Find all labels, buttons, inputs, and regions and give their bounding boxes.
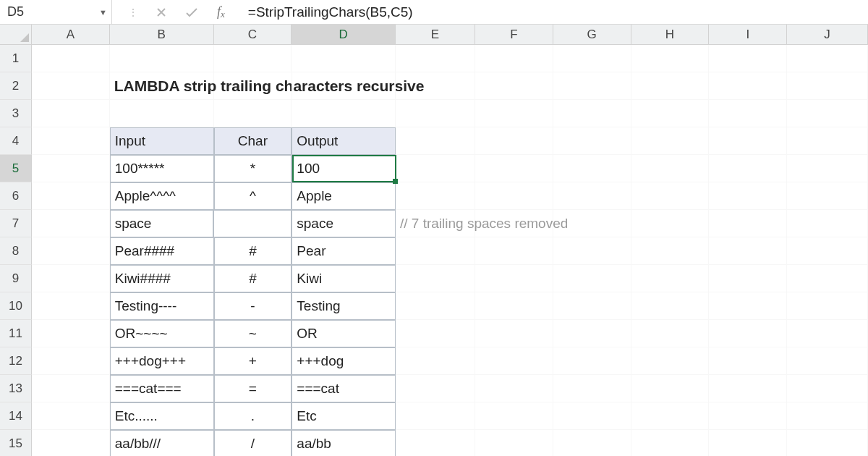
cell-C1[interactable] — [214, 45, 292, 72]
cell-H13[interactable] — [631, 375, 710, 402]
cell-G9[interactable] — [553, 265, 631, 292]
cell-A11[interactable] — [32, 320, 110, 347]
td-input[interactable]: space — [110, 210, 214, 237]
cell-H1[interactable] — [631, 45, 710, 72]
cell-I12[interactable] — [709, 347, 787, 375]
col-header-H[interactable]: H — [631, 25, 710, 44]
fx-icon[interactable]: fx — [217, 4, 225, 20]
cell-H4[interactable] — [631, 127, 710, 155]
cell-A9[interactable] — [32, 265, 110, 292]
cell-G4[interactable] — [553, 127, 631, 155]
select-all-corner[interactable] — [0, 25, 32, 45]
cell-G14[interactable] — [553, 402, 631, 430]
th-output[interactable]: Output — [292, 127, 396, 155]
cell-G5[interactable] — [553, 155, 631, 182]
td-input[interactable]: Pear#### — [110, 237, 214, 265]
cell-J12[interactable] — [787, 347, 868, 375]
td-input[interactable]: OR~~~~ — [110, 320, 214, 347]
cell-F10[interactable] — [475, 292, 553, 320]
cell-B3[interactable] — [110, 100, 214, 127]
cell-E6[interactable] — [396, 182, 475, 210]
cell-D3[interactable] — [292, 100, 396, 127]
cell-F3[interactable] — [475, 100, 553, 127]
cell-E2[interactable] — [396, 72, 475, 100]
cell-A4[interactable] — [32, 127, 110, 155]
cell-H14[interactable] — [631, 402, 710, 430]
cell-I15[interactable] — [709, 430, 787, 456]
row-header-1[interactable]: 1 — [0, 45, 32, 72]
cell-J5[interactable] — [787, 155, 868, 182]
cell-F6[interactable] — [475, 182, 553, 210]
cell-F12[interactable] — [475, 347, 553, 375]
td-input[interactable]: +++dog+++ — [110, 347, 214, 375]
cell-J2[interactable] — [787, 72, 868, 100]
cell-E14[interactable] — [396, 402, 475, 430]
col-header-J[interactable]: J — [787, 25, 868, 44]
cell-E3[interactable] — [396, 100, 475, 127]
td-output[interactable]: Kiwi — [292, 265, 396, 292]
row-header-6[interactable]: 6 — [0, 182, 32, 210]
dropdown-icon[interactable]: ▼ — [99, 8, 107, 17]
td-char[interactable]: ~ — [214, 320, 292, 347]
cell-A6[interactable] — [32, 182, 110, 210]
cell-A10[interactable] — [32, 292, 110, 320]
td-output[interactable]: Pear — [292, 237, 396, 265]
td-input[interactable]: 100***** — [110, 155, 214, 182]
page-title[interactable]: LAMBDA strip trailing characters recursi… — [110, 72, 214, 100]
cell-F13[interactable] — [475, 375, 553, 402]
cell-G6[interactable] — [553, 182, 631, 210]
td-output[interactable]: space — [292, 210, 396, 237]
enter-icon[interactable] — [185, 7, 198, 17]
row-header-8[interactable]: 8 — [0, 237, 32, 265]
cell-A7[interactable] — [32, 210, 110, 237]
cell-C3[interactable] — [214, 100, 292, 127]
th-input[interactable]: Input — [110, 127, 214, 155]
cell-F11[interactable] — [475, 320, 553, 347]
cell-B1[interactable] — [110, 45, 214, 72]
col-header-D[interactable]: D — [292, 25, 396, 44]
td-input[interactable]: ===cat=== — [110, 375, 214, 402]
cell-G2[interactable] — [553, 72, 631, 100]
formula-input[interactable]: =StripTrailingChars(B5,C5) — [241, 4, 868, 20]
td-output[interactable]: aa/bb — [292, 430, 396, 456]
col-header-A[interactable]: A — [32, 25, 110, 44]
td-char[interactable]: # — [214, 265, 292, 292]
col-header-I[interactable]: I — [709, 25, 787, 44]
more-icon[interactable]: ⋮ — [128, 7, 137, 18]
cell-G3[interactable] — [553, 100, 631, 127]
cell-A3[interactable] — [32, 100, 110, 127]
cell-H9[interactable] — [631, 265, 710, 292]
td-char[interactable]: - — [214, 292, 292, 320]
cell-J10[interactable] — [787, 292, 868, 320]
cell-H8[interactable] — [631, 237, 710, 265]
row-header-11[interactable]: 11 — [0, 320, 32, 347]
cell-E5[interactable] — [396, 155, 475, 182]
row-header-13[interactable]: 13 — [0, 375, 32, 402]
td-char[interactable]: + — [214, 347, 292, 375]
row-header-5[interactable]: 5 — [0, 155, 32, 182]
cancel-icon[interactable] — [156, 7, 166, 17]
cell-E13[interactable] — [396, 375, 475, 402]
cell-F1[interactable] — [475, 45, 553, 72]
cell-J9[interactable] — [787, 265, 868, 292]
td-output[interactable]: Testing — [292, 292, 396, 320]
cell-J3[interactable] — [787, 100, 868, 127]
cell-A13[interactable] — [32, 375, 110, 402]
cell-E8[interactable] — [396, 237, 475, 265]
row-header-12[interactable]: 12 — [0, 347, 32, 375]
cell-D1[interactable] — [292, 45, 396, 72]
cell-F8[interactable] — [475, 237, 553, 265]
cell-H6[interactable] — [631, 182, 710, 210]
td-output[interactable]: Etc — [292, 402, 396, 430]
cell-I2[interactable] — [709, 72, 787, 100]
td-char[interactable]: . — [214, 402, 292, 430]
cell-I4[interactable] — [709, 127, 787, 155]
cell-F5[interactable] — [475, 155, 553, 182]
cell-D2[interactable] — [292, 72, 396, 100]
cell-H7[interactable] — [631, 210, 710, 237]
td-char[interactable]: = — [214, 375, 292, 402]
cell-G7[interactable] — [553, 210, 631, 237]
cell-A2[interactable] — [32, 72, 110, 100]
cell-I13[interactable] — [709, 375, 787, 402]
cell-H11[interactable] — [631, 320, 710, 347]
